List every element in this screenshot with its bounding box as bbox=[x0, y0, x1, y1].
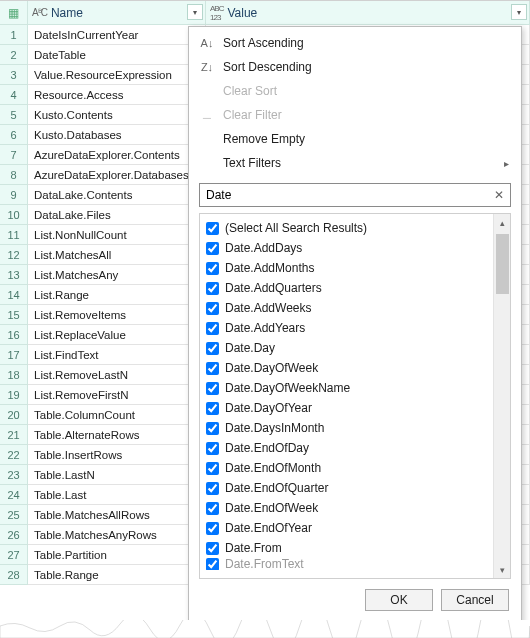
scroll-thumb[interactable] bbox=[496, 234, 509, 294]
filter-checkbox[interactable] bbox=[206, 422, 219, 435]
filter-item[interactable]: Date.AddMonths bbox=[200, 258, 493, 278]
cell-name[interactable]: List.RemoveFirstN bbox=[28, 385, 206, 405]
filter-item[interactable]: Date.AddQuarters bbox=[200, 278, 493, 298]
row-index[interactable]: 21 bbox=[0, 425, 28, 445]
cell-name[interactable]: Table.LastN bbox=[28, 465, 206, 485]
row-index[interactable]: 23 bbox=[0, 465, 28, 485]
row-index[interactable]: 17 bbox=[0, 345, 28, 365]
row-index[interactable]: 15 bbox=[0, 305, 28, 325]
row-index[interactable]: 26 bbox=[0, 525, 28, 545]
cell-name[interactable]: List.ReplaceValue bbox=[28, 325, 206, 345]
row-index[interactable]: 11 bbox=[0, 225, 28, 245]
filter-checkbox[interactable] bbox=[206, 402, 219, 415]
cell-name[interactable]: Resource.Access bbox=[28, 85, 206, 105]
filter-checkbox[interactable] bbox=[206, 262, 219, 275]
filter-item[interactable]: Date.EndOfWeek bbox=[200, 498, 493, 518]
cell-name[interactable]: AzureDataExplorer.Databases bbox=[28, 165, 206, 185]
cell-name[interactable]: Table.MatchesAllRows bbox=[28, 505, 206, 525]
filter-item[interactable]: Date.EndOfMonth bbox=[200, 458, 493, 478]
row-index[interactable]: 27 bbox=[0, 545, 28, 565]
ok-button[interactable]: OK bbox=[365, 589, 433, 611]
cell-name[interactable]: Table.MatchesAnyRows bbox=[28, 525, 206, 545]
filter-item[interactable]: Date.EndOfYear bbox=[200, 518, 493, 538]
filter-checkbox[interactable] bbox=[206, 242, 219, 255]
filter-checkbox[interactable] bbox=[206, 302, 219, 315]
cell-name[interactable]: Value.ResourceExpression bbox=[28, 65, 206, 85]
filter-checkbox[interactable] bbox=[206, 442, 219, 455]
cell-name[interactable]: Table.Last bbox=[28, 485, 206, 505]
column-header-name[interactable]: AᴮC Name ▾ bbox=[28, 1, 206, 25]
cell-name[interactable]: List.Range bbox=[28, 285, 206, 305]
filter-checkbox[interactable] bbox=[206, 362, 219, 375]
row-index[interactable]: 13 bbox=[0, 265, 28, 285]
row-index[interactable]: 3 bbox=[0, 65, 28, 85]
filter-checkbox[interactable] bbox=[206, 462, 219, 475]
row-index[interactable]: 20 bbox=[0, 405, 28, 425]
row-index[interactable]: 16 bbox=[0, 325, 28, 345]
row-index[interactable]: 5 bbox=[0, 105, 28, 125]
cell-name[interactable]: Table.InsertRows bbox=[28, 445, 206, 465]
cell-name[interactable]: List.RemoveItems bbox=[28, 305, 206, 325]
filter-checkbox[interactable] bbox=[206, 558, 219, 570]
cell-name[interactable]: Kusto.Contents bbox=[28, 105, 206, 125]
cell-name[interactable]: Table.Range bbox=[28, 565, 206, 585]
cell-name[interactable]: List.MatchesAny bbox=[28, 265, 206, 285]
cell-name[interactable]: Table.AlternateRows bbox=[28, 425, 206, 445]
row-index[interactable]: 14 bbox=[0, 285, 28, 305]
filter-item[interactable]: Date.DaysInMonth bbox=[200, 418, 493, 438]
menu-sort-descending[interactable]: Z↓ Sort Descending bbox=[189, 55, 521, 79]
menu-text-filters[interactable]: Text Filters ▸ bbox=[189, 151, 521, 175]
row-index[interactable]: 22 bbox=[0, 445, 28, 465]
cell-name[interactable]: DateIsInCurrentYear bbox=[28, 25, 206, 45]
filter-checkbox[interactable] bbox=[206, 502, 219, 515]
filter-checkbox[interactable] bbox=[206, 542, 219, 555]
filter-item[interactable]: Date.FromText bbox=[200, 558, 493, 570]
cell-name[interactable]: List.MatchesAll bbox=[28, 245, 206, 265]
cell-name[interactable]: Table.Partition bbox=[28, 545, 206, 565]
filter-item[interactable]: Date.DayOfWeekName bbox=[200, 378, 493, 398]
row-index[interactable]: 18 bbox=[0, 365, 28, 385]
cancel-button[interactable]: Cancel bbox=[441, 589, 509, 611]
row-index[interactable]: 24 bbox=[0, 485, 28, 505]
menu-remove-empty[interactable]: Remove Empty bbox=[189, 127, 521, 151]
filter-checkbox[interactable] bbox=[206, 222, 219, 235]
filter-checkbox[interactable] bbox=[206, 282, 219, 295]
filter-item[interactable]: Date.EndOfDay bbox=[200, 438, 493, 458]
cell-name[interactable]: List.FindText bbox=[28, 345, 206, 365]
filter-item[interactable]: Date.AddYears bbox=[200, 318, 493, 338]
row-index[interactable]: 19 bbox=[0, 385, 28, 405]
filter-item[interactable]: Date.EndOfQuarter bbox=[200, 478, 493, 498]
filter-checkbox[interactable] bbox=[206, 522, 219, 535]
filter-search-input[interactable] bbox=[199, 183, 511, 207]
row-index[interactable]: 9 bbox=[0, 185, 28, 205]
cell-name[interactable]: DateTable bbox=[28, 45, 206, 65]
column-header-value[interactable]: ABC 123 Value ▾ bbox=[206, 1, 530, 25]
row-index[interactable]: 8 bbox=[0, 165, 28, 185]
filter-checkbox[interactable] bbox=[206, 382, 219, 395]
row-index[interactable]: 28 bbox=[0, 565, 28, 585]
cell-name[interactable]: AzureDataExplorer.Contents bbox=[28, 145, 206, 165]
cell-name[interactable]: DataLake.Files bbox=[28, 205, 206, 225]
scroll-down-icon[interactable]: ▾ bbox=[494, 561, 510, 578]
filter-checkbox[interactable] bbox=[206, 342, 219, 355]
menu-sort-ascending[interactable]: A↓ Sort Ascending bbox=[189, 31, 521, 55]
filter-item[interactable]: Date.DayOfYear bbox=[200, 398, 493, 418]
row-index[interactable]: 6 bbox=[0, 125, 28, 145]
row-index[interactable]: 7 bbox=[0, 145, 28, 165]
row-index[interactable]: 12 bbox=[0, 245, 28, 265]
row-index[interactable]: 2 bbox=[0, 45, 28, 65]
filter-item[interactable]: Date.AddWeeks bbox=[200, 298, 493, 318]
filter-item[interactable]: Date.Day bbox=[200, 338, 493, 358]
column-value-dropdown[interactable]: ▾ bbox=[511, 4, 527, 20]
clear-search-icon[interactable]: ✕ bbox=[491, 187, 507, 203]
filter-item[interactable]: Date.From bbox=[200, 538, 493, 558]
filter-checkbox[interactable] bbox=[206, 482, 219, 495]
row-index[interactable]: 4 bbox=[0, 85, 28, 105]
column-name-dropdown[interactable]: ▾ bbox=[187, 4, 203, 20]
scrollbar[interactable]: ▴ ▾ bbox=[493, 214, 510, 578]
row-index[interactable]: 10 bbox=[0, 205, 28, 225]
row-index[interactable]: 25 bbox=[0, 505, 28, 525]
cell-name[interactable]: DataLake.Contents bbox=[28, 185, 206, 205]
filter-item[interactable]: (Select All Search Results) bbox=[200, 218, 493, 238]
cell-name[interactable]: Kusto.Databases bbox=[28, 125, 206, 145]
